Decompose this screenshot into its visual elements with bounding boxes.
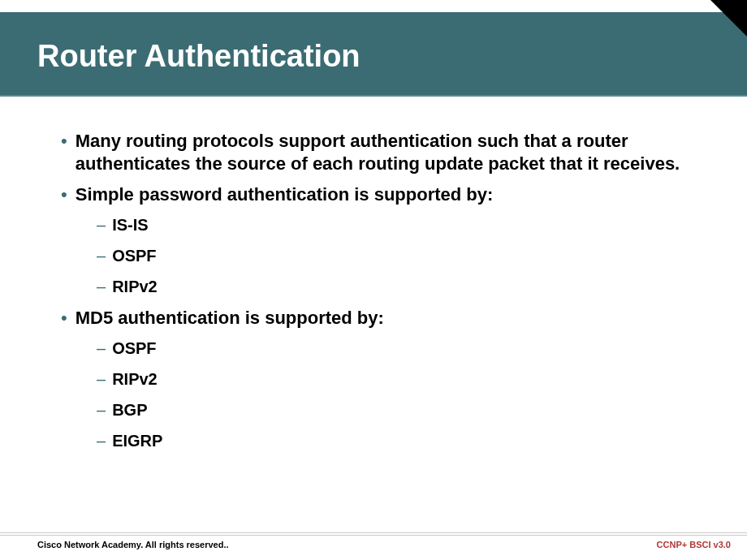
dash-icon: – xyxy=(97,276,106,297)
dash-icon: – xyxy=(97,214,106,235)
sub-list: – OSPF – RIPv2 – BGP – EIGRP xyxy=(97,338,702,451)
sub-text: OSPF xyxy=(112,338,156,359)
bullet-item: • Many routing protocols support authent… xyxy=(61,130,702,175)
sub-text: IS-IS xyxy=(112,214,148,235)
bullet-text: Simple password authentication is suppor… xyxy=(76,183,494,206)
footer-left-text: Cisco Network Academy. All rights reserv… xyxy=(37,540,229,549)
footer-rule xyxy=(0,535,747,536)
footer-rule xyxy=(0,532,747,533)
sub-text: RIPv2 xyxy=(112,368,158,390)
bullet-text: MD5 authentication is supported by: xyxy=(76,307,384,330)
sub-item: – OSPF xyxy=(97,338,702,359)
footer-right-text: CCNP+ BSCI v3.0 xyxy=(657,540,731,549)
dash-icon: – xyxy=(97,245,106,266)
sub-item: – OSPF xyxy=(97,245,702,266)
content-area: • Many routing protocols support authent… xyxy=(61,130,702,461)
bullet-item: • MD5 authentication is supported by: xyxy=(61,307,702,330)
bullet-dot-icon: • xyxy=(61,307,67,330)
slide-title: Router Authentication xyxy=(37,39,361,74)
bullet-item: • Simple password authentication is supp… xyxy=(61,183,702,206)
sub-item: – RIPv2 xyxy=(97,276,702,297)
corner-fold-icon xyxy=(710,0,747,37)
bullet-text: Many routing protocols support authentic… xyxy=(76,130,702,175)
sub-text: RIPv2 xyxy=(112,276,158,297)
sub-text: EIGRP xyxy=(112,430,162,451)
bullet-dot-icon: • xyxy=(61,183,67,206)
sub-text: OSPF xyxy=(112,245,156,266)
dash-icon: – xyxy=(97,430,106,451)
footer: Cisco Network Academy. All rights reserv… xyxy=(0,532,747,555)
dash-icon: – xyxy=(97,368,106,390)
bullet-dot-icon: • xyxy=(61,130,67,153)
sub-text: BGP xyxy=(112,399,147,420)
sub-list: – IS-IS – OSPF – RIPv2 xyxy=(97,214,702,297)
dash-icon: – xyxy=(97,399,106,420)
sub-item: – EIGRP xyxy=(97,430,702,451)
dash-icon: – xyxy=(97,338,106,359)
sub-item: – IS-IS xyxy=(97,214,702,235)
sub-item: – BGP xyxy=(97,399,702,420)
sub-item: – RIPv2 xyxy=(97,368,702,390)
